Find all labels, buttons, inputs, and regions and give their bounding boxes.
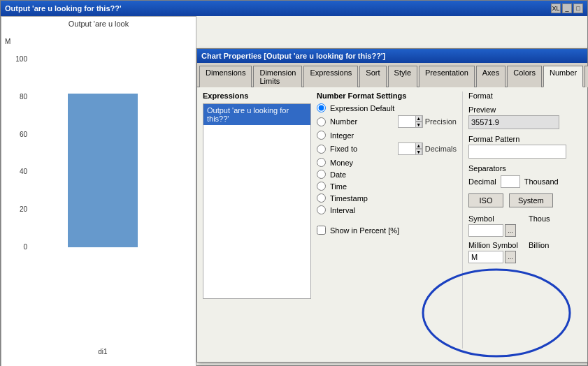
radio-expression-default: Expression Default <box>317 103 457 112</box>
show-in-percent-checkbox[interactable] <box>317 226 326 235</box>
tab-axes[interactable]: Axes <box>476 66 505 87</box>
tab-dimension-limits[interactable]: Dimension Limits <box>253 66 302 87</box>
format-buttons-row: ISO System <box>468 193 582 207</box>
radio-integer-input[interactable] <box>317 131 326 140</box>
tab-dimensions[interactable]: Dimensions <box>199 66 252 87</box>
minimize-button[interactable]: _ <box>562 3 572 13</box>
tab-expressions[interactable]: Expressions <box>303 66 358 87</box>
tabs-container: Dimensions Dimension Limits Expressions … <box>197 63 587 87</box>
radio-money-label: Money <box>330 159 353 167</box>
radio-money-input[interactable] <box>317 158 326 167</box>
million-col: Million Symbol ... <box>468 241 522 263</box>
format-field-group: Format <box>468 92 582 100</box>
main-titlebar: Output 'are u looking for this??' XL _ □ <box>1 1 587 16</box>
radio-timestamp: Timestamp <box>317 193 457 203</box>
separators-section: Separators Decimal Thousand <box>468 164 582 188</box>
tab-style[interactable]: Style <box>388 66 417 87</box>
radio-interval: Interval <box>317 205 457 214</box>
radio-number-label: Number <box>330 117 357 126</box>
expressions-panel: Expressions Output 'are u looking for th… <box>203 92 311 349</box>
precision-spinbox: ▲ ▼ <box>398 115 423 128</box>
y-label-20: 20 <box>5 205 27 213</box>
radio-interval-input[interactable] <box>317 205 326 214</box>
radio-fixed-to-input[interactable] <box>317 145 326 154</box>
decimals-up-btn[interactable]: ▲ <box>415 142 422 149</box>
y-label-40: 40 <box>5 168 27 175</box>
precision-down-btn[interactable]: ▼ <box>415 122 422 128</box>
tab-font[interactable]: Font <box>585 66 588 87</box>
tab-sort[interactable]: Sort <box>359 66 386 87</box>
main-window-title: Output 'are u looking for this??' <box>5 4 122 13</box>
format-pattern-field-group: Format Pattern <box>468 135 582 159</box>
expression-item-0[interactable]: Output 'are u looking for this??' <box>203 104 310 125</box>
chart-bar <box>68 94 138 247</box>
tab-number[interactable]: Number <box>543 66 583 87</box>
radio-timestamp-label: Timestamp <box>330 194 368 203</box>
preview-field-group: Preview <box>468 105 582 129</box>
tab-colors[interactable]: Colors <box>507 66 542 87</box>
y-label-80: 80 <box>5 93 27 101</box>
radio-interval-label: Interval <box>330 206 355 214</box>
system-button[interactable]: System <box>509 193 553 207</box>
y-label-0: 0 <box>5 243 27 251</box>
bar-chart <box>33 52 173 247</box>
maximize-button[interactable]: □ <box>573 3 583 13</box>
radio-timestamp-input[interactable] <box>317 193 326 203</box>
expressions-panel-label: Expressions <box>203 92 311 100</box>
chart-area: Output 'are u look M 100 80 60 40 20 0 d… <box>1 16 196 366</box>
symbol-section: Symbol ... Thous Million Symbol <box>468 214 582 263</box>
decimal-label: Decimal <box>468 177 496 186</box>
expression-list: Output 'are u looking for this??' <box>203 103 311 299</box>
symbol-input[interactable] <box>468 224 503 237</box>
million-symbol-label: Million Symbol <box>468 241 522 249</box>
decimals-spin-buttons: ▲ ▼ <box>415 142 422 155</box>
radio-money: Money <box>317 158 457 167</box>
million-symbol-input[interactable] <box>468 251 503 263</box>
format-pattern-input[interactable] <box>468 145 566 159</box>
preview-label: Preview <box>468 105 582 114</box>
precision-input[interactable] <box>399 117 415 126</box>
precision-label: Precision <box>425 117 457 126</box>
radio-fixed-to: Fixed to ▲ ▼ Decimals <box>317 142 457 155</box>
radio-number-input[interactable] <box>317 117 326 126</box>
radio-number: Number ▲ ▼ Precision <box>317 115 457 128</box>
format-options: Expression Default Number ▲ ▼ <box>317 103 457 235</box>
titlebar-buttons: XL _ □ <box>551 3 583 13</box>
preview-input <box>468 115 559 129</box>
tab-presentation[interactable]: Presentation <box>419 66 475 87</box>
decimals-input[interactable] <box>399 144 415 154</box>
y-axis-title: M <box>5 38 10 45</box>
number-format-panel: Number Format Settings Expression Defaul… <box>317 92 457 349</box>
x-label: di1 <box>33 348 173 356</box>
separator-row: Decimal Thousand <box>468 175 582 188</box>
decimals-spinbox: ▲ ▼ <box>398 142 423 155</box>
dialog-title: Chart Properties [Output 'are u looking … <box>201 52 385 60</box>
symbol-browse-btn[interactable]: ... <box>505 224 516 237</box>
radio-time-input[interactable] <box>317 182 326 191</box>
radio-expression-default-label: Expression Default <box>330 104 394 112</box>
format-label: Format <box>468 92 582 100</box>
show-in-percent-row: Show in Percent [%] <box>317 226 457 235</box>
radio-date-input[interactable] <box>317 170 326 179</box>
chart-title: Output 'are u look <box>1 17 196 31</box>
main-window: Output 'are u looking for this??' XL _ □… <box>0 0 588 366</box>
chart-properties-dialog: Chart Properties [Output 'are u looking … <box>196 48 588 363</box>
radio-fixed-to-label: Fixed to <box>330 145 357 153</box>
thous-label: Thous <box>529 214 582 223</box>
decimal-input[interactable] <box>501 175 520 188</box>
precision-up-btn[interactable]: ▲ <box>415 115 422 122</box>
format-pattern-label: Format Pattern <box>468 135 582 143</box>
symbol-label: Symbol <box>468 214 522 223</box>
format-right-panel: Format Preview Format Pattern Separators… <box>462 92 582 349</box>
xl-button[interactable]: XL <box>551 3 561 13</box>
radio-date: Date <box>317 170 457 179</box>
number-tab-content: Expressions Output 'are u looking for th… <box>197 87 587 353</box>
chart-content: M 100 80 60 40 20 0 di1 <box>1 31 196 359</box>
decimals-down-btn[interactable]: ▼ <box>415 149 422 155</box>
thousand-label: Thousand <box>524 177 559 186</box>
million-browse-btn[interactable]: ... <box>505 251 516 263</box>
million-billion-row: Million Symbol ... Billion <box>468 241 582 263</box>
radio-expression-default-input[interactable] <box>317 103 326 112</box>
iso-button[interactable]: ISO <box>468 193 503 207</box>
number-format-title: Number Format Settings <box>317 92 457 100</box>
